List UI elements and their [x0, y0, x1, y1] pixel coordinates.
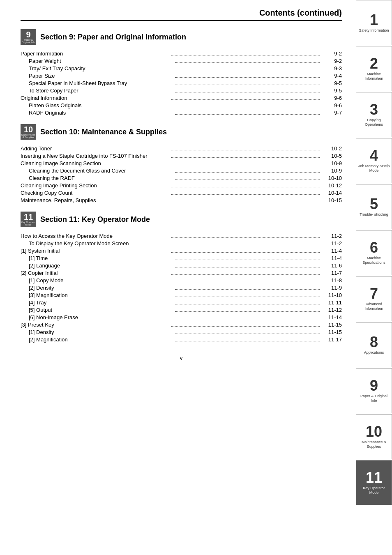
- sidebar-tab-1[interactable]: 1Safety Information: [356, 0, 392, 45]
- toc-entry: [3] Preset Key11-15: [21, 322, 342, 328]
- toc-text: Special Paper in Multi-Sheet Bypass Tray: [29, 80, 173, 86]
- toc-text: [2] Magnification: [29, 336, 173, 343]
- sidebar-tab-7[interactable]: 7Advanced Information: [356, 276, 392, 321]
- main-content: Contents (continued) 9Paper & Original I…: [0, 0, 354, 378]
- section-title-9: Section 9: Paper and Original Informatio…: [40, 33, 186, 41]
- sidebar-tab-4[interactable]: 4Job Memory &Help Mode: [356, 138, 392, 183]
- toc-dots: [171, 252, 320, 253]
- toc-dots: [171, 274, 320, 275]
- toc-text: [1] Time: [29, 255, 173, 261]
- toc-dots: [171, 150, 320, 150]
- sidebar-tab-8[interactable]: 8Applications: [356, 322, 392, 367]
- toc-page: 10-9: [321, 168, 342, 174]
- toc-page: 11-11: [321, 299, 342, 306]
- toc-entry: Platen Glass Originals9-6: [21, 102, 342, 108]
- toc-text: Tray/ Exit Tray Capacity: [29, 65, 173, 71]
- toc-dots: [175, 85, 320, 85]
- toc-page: 10-10: [321, 175, 342, 181]
- toc-page: 9-6: [321, 95, 342, 101]
- toc-entry: Tray/ Exit Tray Capacity9-3: [21, 65, 342, 71]
- sidebar-tab-10[interactable]: 10Maintenance & Supplies: [356, 414, 392, 459]
- toc-dots: [175, 92, 320, 92]
- sidebar-tab-5[interactable]: 5Trouble- shooting: [356, 184, 392, 229]
- toc-text: Cleaning the RADF: [29, 175, 173, 181]
- toc-entry: Inserting a New Staple Cartridge into FS…: [21, 153, 342, 159]
- toc-dots: [175, 311, 320, 312]
- section-num-box-11: 11Key Operator Mode: [21, 212, 36, 227]
- toc-page: 9-6: [321, 102, 342, 108]
- toc-page: 9-5: [321, 80, 342, 86]
- toc-text: Adding Toner: [21, 145, 169, 152]
- toc-page: 9-4: [321, 73, 342, 79]
- toc-entry: Paper Information9-2: [21, 51, 342, 57]
- toc-entry: [1] Density11-15: [21, 329, 342, 335]
- toc-page: 9-3: [321, 65, 342, 71]
- toc-page: 9-5: [321, 88, 342, 94]
- toc-dots: [171, 326, 320, 327]
- tab-number-10: 10: [366, 424, 382, 439]
- sidebar-tab-9[interactable]: 9Paper & Original Info: [356, 368, 392, 413]
- tab-label-4: Job Memory &Help Mode: [356, 164, 392, 173]
- toc-dots: [175, 289, 320, 290]
- toc-entry: [2] Density11-9: [21, 285, 342, 291]
- toc-page: 11-9: [321, 285, 342, 291]
- toc-entry: Paper Size9-4: [21, 73, 342, 79]
- toc-text: Maintenance, Repairs, Supplies: [21, 197, 169, 203]
- tab-label-6: Machine Specifications: [356, 256, 392, 265]
- section-title-10: Section 10: Maintenance & Supplies: [40, 128, 167, 136]
- toc-dots: [175, 319, 320, 319]
- sidebar-tab-6[interactable]: 6Machine Specifications: [356, 230, 392, 275]
- toc-dots: [175, 334, 320, 334]
- toc-dots: [175, 282, 320, 282]
- toc-page: 10-9: [321, 160, 342, 166]
- toc-entry: Original Information9-6: [21, 95, 342, 101]
- section-box-label-10: Maintenance & Supplies: [21, 134, 36, 139]
- toc-dots: [171, 55, 320, 55]
- sidebar-tab-2[interactable]: 2Machine Information: [356, 46, 392, 91]
- toc-text: [1] System Initial: [21, 248, 169, 254]
- toc-text: [1] Density: [29, 329, 173, 335]
- toc-dots: [175, 107, 320, 107]
- toc-text: Platen Glass Originals: [29, 102, 173, 108]
- tab-number-5: 5: [370, 197, 378, 212]
- toc-text: To Store Copy Paper: [29, 88, 173, 94]
- toc-page: 11-15: [321, 322, 342, 328]
- toc-text: Cleaning the Document Glass and Cover: [29, 168, 173, 174]
- toc-dots: [175, 245, 320, 245]
- sidebar-tab-11[interactable]: 11Key Operator Mode: [356, 460, 392, 505]
- toc-page: 10-5: [321, 153, 342, 159]
- toc-page: 11-10: [321, 292, 342, 298]
- toc-page: 11-4: [321, 248, 342, 254]
- toc-entry: RADF Originals9-7: [21, 110, 342, 116]
- toc-entry: [3] Magnification11-10: [21, 292, 342, 298]
- sidebar-tab-3[interactable]: 3Copying Operations: [356, 92, 392, 137]
- toc-page: 9-2: [321, 58, 342, 64]
- toc-text: Inserting a New Staple Cartridge into FS…: [21, 153, 169, 159]
- toc-text: Cleaning Image Printing Section: [21, 182, 169, 189]
- section-num-text-10: 10: [24, 125, 33, 134]
- toc-entry: [6] Non-Image Erase11-14: [21, 314, 342, 320]
- toc-dots: [175, 70, 320, 70]
- toc-text: [2] Copier Initial: [21, 270, 169, 276]
- toc-dots: [175, 77, 320, 78]
- toc-entry: Special Paper in Multi-Sheet Bypass Tray…: [21, 80, 342, 86]
- toc-page: 11-2: [321, 240, 342, 246]
- section-box-label-11: Key Operator Mode: [21, 221, 36, 226]
- toc-page: 10-12: [321, 182, 342, 189]
- toc-dots: [175, 304, 320, 304]
- toc-dots: [175, 180, 320, 180]
- toc-entry: [1] Time11-4: [21, 255, 342, 261]
- tab-number-4: 4: [370, 148, 378, 163]
- toc-entry: Paper Weight9-2: [21, 58, 342, 64]
- toc-dots: [175, 267, 320, 267]
- toc-text: [6] Non-Image Erase: [29, 314, 173, 320]
- toc-text: Paper Information: [21, 51, 169, 57]
- section-num-box-9: 9Paper & Original Info: [21, 29, 36, 45]
- tab-number-8: 8: [370, 335, 378, 350]
- tab-label-7: Advanced Information: [356, 302, 392, 311]
- toc-text: [2] Language: [29, 263, 173, 269]
- toc-text: Paper Weight: [29, 58, 173, 64]
- tab-number-6: 6: [370, 240, 378, 255]
- toc-text: How to Access the Key Operator Mode: [21, 233, 169, 239]
- toc-text: Checking Copy Count: [21, 190, 169, 196]
